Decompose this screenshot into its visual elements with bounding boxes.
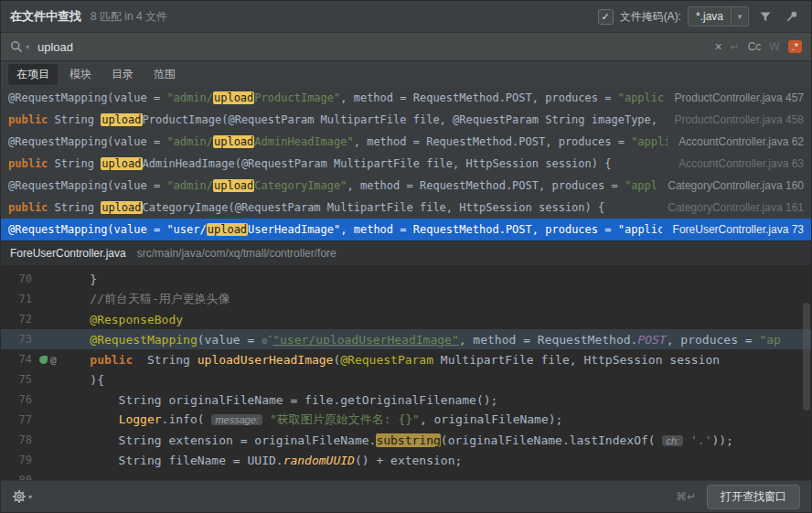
match-highlight: upload [213, 91, 254, 104]
code-segment: String [48, 113, 101, 126]
code-segment: UserHeadImage" [248, 223, 340, 236]
code-segment: CategoryImage" [254, 179, 347, 192]
file-mask-checkbox[interactable]: ✓ [598, 9, 614, 25]
code-text: @ResponseBody [61, 313, 183, 326]
code-segment: , originalFileName); [420, 412, 563, 426]
words-toggle[interactable]: W [769, 40, 779, 53]
dialog-footer: ▾ ⌘↵ 打开查找窗口 [1, 480, 811, 512]
scope-tab[interactable]: 在项目 [8, 64, 58, 85]
code-segment [61, 292, 90, 305]
line-number: 77 [1, 413, 37, 426]
gutter: @ [37, 355, 61, 365]
code-segment: POST [637, 333, 666, 347]
open-in-find-window-button[interactable]: 打开查找窗口 [707, 485, 800, 509]
line-number: 80 [1, 474, 37, 480]
code-segment: ProductImage" [254, 91, 340, 104]
code-segment: , method = RequestMethod. [459, 333, 638, 347]
inlay-hint: ch: [662, 435, 683, 446]
filter-icon[interactable] [755, 6, 775, 27]
search-history-chevron-icon[interactable]: ▾ [26, 43, 29, 51]
result-row[interactable]: @RequestMapping(value = "user/uploadUser… [1, 219, 811, 240]
code-segment: Logger [119, 412, 162, 426]
scope-tabs: 在项目模块目录范围 [1, 61, 811, 87]
spring-bean-icon[interactable] [39, 356, 48, 364]
results-list: @RequestMapping(value = "admin/uploadPro… [1, 87, 811, 240]
code-segment: (originalFileName.lastIndexOf( [441, 433, 663, 447]
file-mask-combobox[interactable]: *.java ▾ [688, 6, 749, 27]
code-segment: randomUUID [283, 454, 355, 467]
code-line: 78 String extension = originalFileName.s… [1, 430, 811, 450]
code-line: 72 @ResponseBody [1, 309, 811, 329]
code-segment: AdminHeadImage" [254, 135, 353, 148]
search-icon[interactable] [10, 40, 23, 53]
line-number: 73 [1, 333, 37, 346]
code-text: ){ [61, 373, 104, 387]
find-in-files-dialog: 在文件中查找 8 匹配 in 4 文件 ✓ 文件掩码(A): *.java ▾ … [0, 0, 812, 513]
code-segment: String originalFileName = file.getOrigin… [61, 393, 497, 407]
code-text: } [61, 273, 97, 286]
scope-tab[interactable]: 目录 [103, 64, 142, 85]
code-segment: '.' [690, 433, 711, 447]
code-segment: //前台天猫-用户更换头像 [90, 292, 230, 305]
result-row[interactable]: @RequestMapping(value = "admin/uploadPro… [1, 87, 811, 109]
result-code: public String uploadAdminHeadImage(@Requ… [8, 157, 668, 170]
pin-icon[interactable] [782, 6, 802, 27]
vertical-scrollbar[interactable] [803, 270, 810, 476]
newline-icon[interactable]: ↵ [731, 40, 740, 53]
code-segment [61, 313, 90, 326]
file-mask-value: *.java [696, 10, 723, 23]
regex-toggle[interactable]: .* [788, 40, 802, 53]
checkmark-icon: ✓ [602, 12, 610, 22]
scope-tab[interactable]: 模块 [61, 64, 100, 85]
code-segment [61, 412, 119, 426]
code-preview: 70 }71 //前台天猫-用户更换头像72 @ResponseBody73 @… [1, 266, 811, 480]
result-file-reference: ProductController.java 458 [675, 113, 804, 126]
code-segment: "applicat [625, 179, 657, 192]
code-segment: "applicatio [618, 223, 662, 236]
code-segment: public [8, 113, 48, 126]
result-row[interactable]: public String uploadAdminHeadImage(@Requ… [1, 153, 811, 175]
line-number: 74 [1, 353, 37, 366]
file-mask-label: 文件掩码(A): [620, 9, 681, 25]
code-text: String fileName = UUID.randomUUID() + ex… [61, 454, 462, 467]
result-row[interactable]: @RequestMapping(value = "admin/uploadCat… [1, 175, 811, 197]
code-segment: @RequestMapping(value = [8, 179, 166, 192]
line-number: 70 [1, 273, 37, 285]
line-number: 75 [1, 373, 37, 386]
code-line: 77 Logger.info( message: "获取图片原始文件名: {}"… [1, 410, 811, 430]
search-input[interactable]: upload [37, 40, 73, 54]
code-text: public String uploadUserHeadImage(@Reque… [61, 353, 720, 367]
code-segment: ){ [61, 373, 104, 387]
chevron-down-icon: ▾ [28, 493, 32, 501]
result-row[interactable]: public String uploadProductImage(@Reques… [1, 109, 811, 131]
code-segment: @ResponseBody [90, 313, 183, 326]
code-segment: @RequestMapping(value = [8, 135, 166, 148]
scrollbar-thumb[interactable] [803, 303, 810, 411]
match-case-toggle[interactable]: Cc [748, 40, 762, 53]
footer-actions: ⌘↵ 打开查找窗口 [676, 485, 800, 509]
result-file-reference: CategoryController.java 161 [668, 201, 804, 214]
code-lines: 70 }71 //前台天猫-用户更换头像72 @ResponseBody73 @… [1, 266, 811, 480]
dialog-header: 在文件中查找 8 匹配 in 4 文件 ✓ 文件掩码(A): *.java ▾ [1, 1, 811, 32]
settings-gear-icon[interactable]: ▾ [12, 489, 32, 504]
code-text: @RequestMapping(value = ⊙ˇ"user/uploadUs… [61, 333, 781, 347]
scope-tab[interactable]: 范围 [145, 64, 184, 85]
clear-search-icon[interactable]: × [714, 39, 721, 54]
result-code: @RequestMapping(value = "admin/uploadCat… [8, 179, 657, 192]
preview-file-name[interactable]: ForeUserController.java [10, 247, 126, 260]
shortcut-hint: ⌘↵ [676, 490, 696, 503]
match-highlight: upload [101, 157, 142, 170]
line-number: 76 [1, 393, 37, 406]
code-segment: @RequestMapping [90, 333, 197, 347]
result-row[interactable]: public String uploadCategoryImage(@Reque… [1, 197, 811, 219]
result-row[interactable]: @RequestMapping(value = "admin/uploadAdm… [1, 131, 811, 153]
result-file-reference: ForeUserController.java 73 [673, 223, 804, 236]
code-segment [262, 412, 270, 426]
mapping-icon[interactable]: @ [50, 355, 57, 365]
code-text: String extension = originalFileName.subs… [61, 433, 733, 447]
code-segment: @RequestParam [340, 353, 433, 367]
code-text: //前台天猫-用户更换头像 [61, 291, 230, 307]
code-segment: , method = RequestMethod.POST, produces … [340, 91, 617, 104]
result-code: public String uploadProductImage(@Reques… [8, 113, 664, 126]
code-segment: "获取图片原始文件名: {}" [270, 412, 420, 426]
